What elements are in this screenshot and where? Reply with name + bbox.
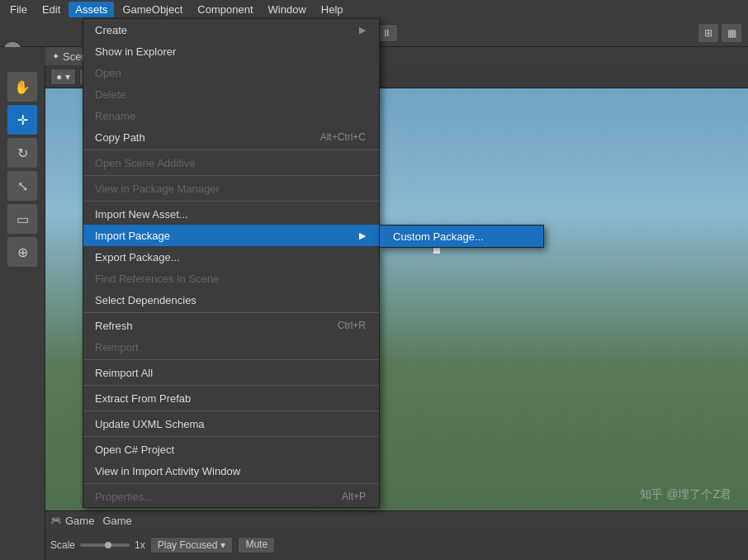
scale-row: Scale 1x [50,539,145,551]
menu-item-view-import-activity[interactable]: View in Import Activity Window [83,460,379,482]
submenu-item-custom-package[interactable]: Custom Package... [380,225,543,247]
scale-slider[interactable] [80,543,130,547]
menu-item-wrapper-import-package: Import Package ▶ Custom Package... [83,225,379,246]
rect-tool[interactable]: ▭ [7,204,37,234]
play-focused-arrow: ▾ [220,539,225,551]
game-toolbar-row: Scale 1x Play Focused ▾ Mute [45,529,748,560]
hand-tool[interactable]: ✋ [7,72,37,102]
menu-edit[interactable]: Edit [36,2,67,17]
watermark: 知乎 @埋了个Z君 [640,487,731,502]
scale-label: Scale [50,539,75,551]
menu-window[interactable]: Window [262,2,313,17]
separator-2 [83,175,379,176]
separator-4 [83,312,379,313]
game-tab-row: 🎮 Game Game [45,511,748,529]
menu-help[interactable]: Help [315,2,350,17]
menu-item-open-csharp[interactable]: Open C# Project [83,439,379,460]
game-tab-label[interactable]: Game [65,515,94,527]
menu-component[interactable]: Component [191,2,259,17]
menu-item-view-package-manager: View in Package Manager [83,178,379,199]
menu-item-show-in-explorer[interactable]: Show in Explorer [83,40,379,62]
layout-icon[interactable]: ▦ [722,24,741,42]
mute-button[interactable]: Mute [238,537,275,553]
dropdown-menu: Create ▶ Show in Explorer Open Delete Re… [83,18,380,508]
menu-item-create[interactable]: Create ▶ [83,19,379,40]
menu-item-import-package[interactable]: Import Package ▶ [83,225,379,246]
menu-gameobject[interactable]: GameObject [116,2,189,17]
scale-thumb[interactable] [105,542,111,548]
copy-path-shortcut: Alt+Ctrl+C [320,131,366,143]
right-toolbar: ⊞ ▦ [698,18,741,47]
menu-file[interactable]: File [3,2,34,17]
separator-6 [83,385,379,386]
assets-dropdown: Create ▶ Show in Explorer Open Delete Re… [83,18,380,508]
layers-icon[interactable]: ⊞ [698,24,718,42]
menu-item-open-scene-additive: Open Scene Additive [83,152,379,173]
menu-assets[interactable]: Assets [69,2,114,17]
create-arrow: ▶ [359,25,366,36]
play-focused-button[interactable]: Play Focused ▾ [150,537,234,553]
scene-object [433,247,440,254]
transform-tool[interactable]: ⊕ [7,237,37,267]
menu-item-find-references: Find References In Scene [83,268,379,289]
separator-7 [83,411,379,411]
menu-item-extract-prefab[interactable]: Extract From Prefab [83,387,379,409]
import-package-arrow: ▶ [359,230,366,241]
left-sidebar: ✋ ✛ ↻ ⤡ ▭ ⊕ [0,65,45,560]
menu-item-reimport-all[interactable]: Reimport All [83,362,379,383]
scale-value: 1x [135,539,145,551]
separator-9 [83,483,379,484]
scale-tool[interactable]: ⤡ [7,171,37,201]
separator-1 [83,149,379,150]
rotate-tool[interactable]: ↻ [7,138,37,168]
move-tool[interactable]: ✛ [7,105,37,135]
separator-8 [83,436,379,437]
menu-item-properties: Properties... Alt+P [83,486,379,507]
menu-item-reimport: Reimport [83,336,379,358]
import-package-submenu: Custom Package... [379,225,544,248]
menu-item-update-uxml[interactable]: Update UXML Schema [83,413,379,434]
game-label: Game [102,515,131,527]
shading-dropdown[interactable]: ● ▾ [50,69,76,85]
menu-item-open: Open [83,62,379,83]
game-panel: 🎮 Game Game Scale 1x Play Focused ▾ Mute [45,510,748,560]
menu-item-refresh[interactable]: Refresh Ctrl+R [83,315,379,336]
menu-item-delete: Delete [83,83,379,105]
menu-item-select-dependencies[interactable]: Select Dependencies [83,289,379,311]
menu-item-import-new-asset[interactable]: Import New Asset... [83,203,379,225]
menu-item-rename: Rename [83,105,379,126]
properties-shortcut: Alt+P [342,491,366,502]
refresh-shortcut: Ctrl+R [338,320,366,331]
menu-item-export-package[interactable]: Export Package... [83,246,379,268]
separator-3 [83,201,379,202]
menu-item-copy-path[interactable]: Copy Path Alt+Ctrl+C [83,126,379,148]
menu-bar: File Edit Assets GameObject Component Wi… [0,0,748,18]
separator-5 [83,359,379,360]
scene-tab-icon: ✦ [52,51,59,62]
game-tab-icon: 🎮 [50,515,62,526]
